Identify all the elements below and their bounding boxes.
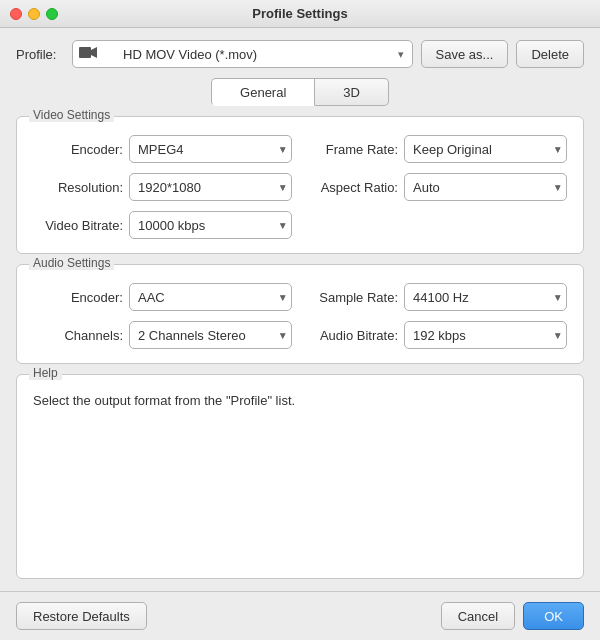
audio-bitrate-select-wrapper: 192 kbps ▾ [404, 321, 567, 349]
window-title: Profile Settings [252, 6, 347, 21]
audio-settings-title: Audio Settings [29, 256, 114, 270]
aspect-ratio-row: Aspect Ratio: Auto ▾ [308, 173, 567, 201]
video-icon [79, 46, 97, 59]
video-settings-grid: Encoder: MPEG4 ▾ Frame Rate: Keep Origin… [33, 135, 567, 239]
close-button[interactable] [10, 8, 22, 20]
video-bitrate-label: Video Bitrate: [33, 218, 123, 233]
aspect-ratio-select[interactable]: Auto [404, 173, 567, 201]
aspect-ratio-select-wrapper: Auto ▾ [404, 173, 567, 201]
video-settings-section: Video Settings Encoder: MPEG4 ▾ Frame Ra… [16, 116, 584, 254]
sample-rate-row: Sample Rate: 44100 Hz ▾ [308, 283, 567, 311]
maximize-button[interactable] [46, 8, 58, 20]
cancel-button[interactable]: Cancel [441, 602, 515, 630]
main-content: Profile: HD MOV Video (*.mov) Save as...… [0, 28, 600, 591]
delete-button[interactable]: Delete [516, 40, 584, 68]
frame-rate-row: Frame Rate: Keep Original ▾ [308, 135, 567, 163]
help-text: Select the output format from the "Profi… [33, 393, 567, 408]
audio-encoder-label: Encoder: [33, 290, 123, 305]
bottom-right-buttons: Cancel OK [441, 602, 584, 630]
encoder-label: Encoder: [33, 142, 123, 157]
audio-encoder-select[interactable]: AAC [129, 283, 292, 311]
audio-bitrate-row: Audio Bitrate: 192 kbps ▾ [308, 321, 567, 349]
channels-row: Channels: 2 Channels Stereo ▾ [33, 321, 292, 349]
audio-bitrate-select[interactable]: 192 kbps [404, 321, 567, 349]
tabs-row: General 3D [16, 78, 584, 106]
video-bitrate-select[interactable]: 10000 kbps [129, 211, 292, 239]
frame-rate-select-wrapper: Keep Original ▾ [404, 135, 567, 163]
encoder-select-wrapper: MPEG4 ▾ [129, 135, 292, 163]
channels-select-wrapper: 2 Channels Stereo ▾ [129, 321, 292, 349]
help-title: Help [29, 366, 62, 380]
title-bar: Profile Settings [0, 0, 600, 28]
resolution-label: Resolution: [33, 180, 123, 195]
profile-value: HD MOV Video (*.mov) [101, 47, 257, 62]
frame-rate-select[interactable]: Keep Original [404, 135, 567, 163]
svg-rect-0 [79, 47, 91, 58]
audio-settings-grid: Encoder: AAC ▾ Sample Rate: 44100 Hz ▾ [33, 283, 567, 349]
svg-marker-1 [91, 47, 97, 58]
minimize-button[interactable] [28, 8, 40, 20]
sample-rate-label: Sample Rate: [308, 290, 398, 305]
channels-select[interactable]: 2 Channels Stereo [129, 321, 292, 349]
sample-rate-select[interactable]: 44100 Hz [404, 283, 567, 311]
aspect-ratio-label: Aspect Ratio: [308, 180, 398, 195]
audio-bitrate-label: Audio Bitrate: [308, 328, 398, 343]
resolution-select[interactable]: 1920*1080 [129, 173, 292, 201]
traffic-lights [10, 8, 58, 20]
profile-label: Profile: [16, 47, 64, 62]
video-bitrate-select-wrapper: 10000 kbps ▾ [129, 211, 292, 239]
profile-select-wrapper: HD MOV Video (*.mov) [72, 40, 413, 68]
tab-general[interactable]: General [211, 78, 315, 106]
encoder-select[interactable]: MPEG4 [129, 135, 292, 163]
encoder-row: Encoder: MPEG4 ▾ [33, 135, 292, 163]
resolution-row: Resolution: 1920*1080 ▾ [33, 173, 292, 201]
audio-encoder-select-wrapper: AAC ▾ [129, 283, 292, 311]
audio-settings-section: Audio Settings Encoder: AAC ▾ Sample Rat… [16, 264, 584, 364]
profile-row: Profile: HD MOV Video (*.mov) Save as...… [16, 40, 584, 68]
profile-icon [79, 46, 97, 62]
help-section: Help Select the output format from the "… [16, 374, 584, 579]
video-bitrate-row: Video Bitrate: 10000 kbps ▾ [33, 211, 292, 239]
audio-encoder-row: Encoder: AAC ▾ [33, 283, 292, 311]
restore-defaults-button[interactable]: Restore Defaults [16, 602, 147, 630]
bottom-bar: Restore Defaults Cancel OK [0, 591, 600, 640]
tab-3d[interactable]: 3D [315, 78, 389, 106]
frame-rate-label: Frame Rate: [308, 142, 398, 157]
save-as-button[interactable]: Save as... [421, 40, 509, 68]
ok-button[interactable]: OK [523, 602, 584, 630]
profile-dropdown[interactable]: HD MOV Video (*.mov) [72, 40, 413, 68]
sample-rate-select-wrapper: 44100 Hz ▾ [404, 283, 567, 311]
channels-label: Channels: [33, 328, 123, 343]
resolution-select-wrapper: 1920*1080 ▾ [129, 173, 292, 201]
video-settings-title: Video Settings [29, 108, 114, 122]
